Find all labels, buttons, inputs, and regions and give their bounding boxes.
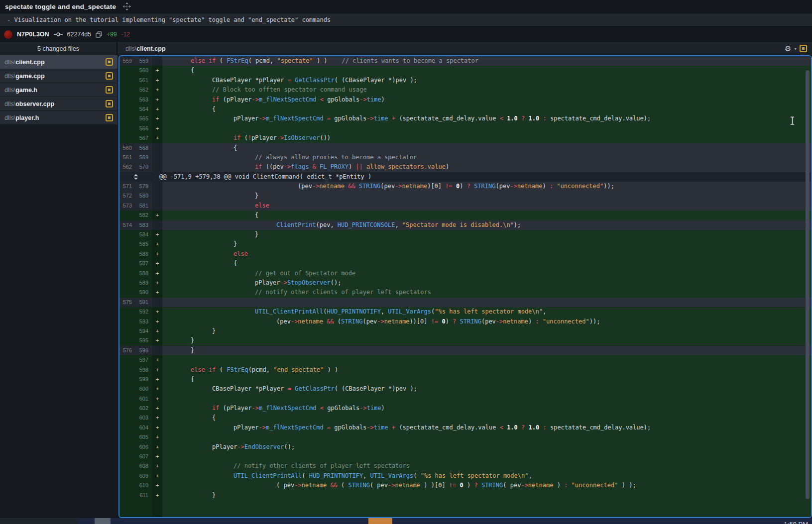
diff-line[interactable]: 589+pPlayer->StopObserver(); — [119, 278, 811, 288]
change-marker: + — [152, 95, 162, 105]
copy-sha-icon[interactable] — [96, 31, 102, 38]
diff-line[interactable]: 571579(pev->netname && STRING(pev->netna… — [119, 182, 811, 191]
diff-line[interactable]: 582+{ — [119, 210, 811, 220]
change-marker: + — [152, 105, 162, 114]
change-marker: + — [152, 452, 162, 461]
diff-line[interactable]: 566+ — [119, 124, 811, 133]
diff-line[interactable]: 576596} — [119, 346, 811, 355]
diff-line[interactable]: 586+else — [119, 249, 811, 259]
diff-line[interactable]: 608+// notify other clients of player le… — [119, 461, 811, 471]
diff-line[interactable]: 597+ — [119, 355, 811, 365]
diff-line[interactable]: 598+else if ( FStrEq(pcmd, "end_spectate… — [119, 365, 811, 375]
diff-line[interactable]: 564+{ — [119, 105, 811, 114]
diff-filler — [119, 500, 811, 517]
file-modified-icon[interactable] — [106, 100, 113, 107]
diff-line[interactable]: 593+(pev->netname && (STRING(pev->netnam… — [119, 317, 811, 326]
sidebar-hscroll-thumb[interactable] — [95, 518, 111, 524]
diff-line[interactable]: 561+CBasePlayer *pPlayer = GetClassPtr( … — [119, 76, 811, 85]
diff-line[interactable]: 595+} — [119, 336, 811, 345]
old-line-number — [119, 288, 135, 297]
title-bar: spectate toggle and end_spectate — [0, 0, 812, 13]
vertical-scrollbar-thumb[interactable] — [806, 70, 810, 499]
chevron-down-icon[interactable]: ▾ — [794, 46, 797, 51]
diff-line[interactable]: 563+if (pPlayer->m_flNextSpectCmd < gpGl… — [119, 95, 811, 105]
change-marker: + — [152, 317, 162, 326]
diff-line[interactable]: 587+{ — [119, 259, 811, 268]
new-line-number: 583 — [135, 220, 152, 230]
new-line-number: 585 — [135, 239, 152, 249]
gear-icon[interactable]: ⚙ — [785, 45, 791, 52]
diff-line[interactable]: 611+} — [119, 491, 811, 500]
file-modified-icon[interactable] — [106, 58, 113, 66]
diff-line[interactable]: 559559else if ( FStrEq( pcmd, "spectate"… — [119, 56, 811, 66]
file-row[interactable]: dlls\observer.cpp — [0, 97, 117, 110]
diff-line[interactable]: 560568{ — [119, 143, 811, 153]
diff-line[interactable]: 562570if ((pev->flags & FL_PROXY) || all… — [119, 162, 811, 172]
diff-line[interactable]: 603+{ — [119, 413, 811, 422]
file-dir: dlls\ — [4, 101, 15, 107]
old-line-number: 574 — [119, 220, 135, 230]
diff-line[interactable]: 607+ — [119, 452, 811, 461]
diff-line[interactable]: 606+pPlayer->EndObserver(); — [119, 442, 811, 452]
file-modified-icon[interactable] — [800, 45, 807, 52]
diff-line[interactable]: 605+ — [119, 432, 811, 442]
diff-line[interactable]: 590+// notify other clients of player le… — [119, 288, 811, 297]
new-line-number: 606 — [135, 442, 152, 452]
new-line-number: 580 — [135, 191, 152, 201]
file-row[interactable]: dlls\game.cpp — [0, 69, 117, 83]
code-text: (pev->netname && STRING(pev->netname)[0]… — [162, 182, 811, 191]
diff-line[interactable]: 560+{ — [119, 66, 811, 75]
change-marker: + — [152, 278, 162, 288]
move-handle-icon[interactable] — [123, 2, 131, 10]
code-text: if ((pev->flags & FL_PROXY) || allow_spe… — [162, 162, 811, 172]
file-row[interactable]: dlls\client.cpp — [0, 55, 117, 69]
new-line-number: 599 — [135, 375, 152, 384]
code-text: pPlayer->EndObserver(); — [162, 442, 811, 452]
file-modified-icon[interactable] — [106, 86, 113, 94]
file-name: game.cpp — [15, 73, 44, 80]
hunk-expand-icon[interactable] — [133, 174, 139, 180]
diff-line[interactable]: 585+} — [119, 239, 811, 249]
file-modified-icon[interactable] — [106, 72, 113, 80]
old-line-number — [119, 133, 135, 143]
diff-line[interactable]: 588+// get out of Spectator mode — [119, 269, 811, 278]
code-text: @@ -571,9 +579,38 @@ void ClientCommand(… — [152, 172, 811, 182]
new-line-number: 605 — [135, 432, 152, 442]
diff-line[interactable]: 561569// always allow proxies to become … — [119, 153, 811, 162]
diff-line[interactable]: 601+ — [119, 394, 811, 404]
diff-line[interactable]: 584+} — [119, 230, 811, 239]
change-marker: + — [152, 114, 162, 123]
diff-line[interactable]: 592+UTIL_ClientPrintAll(HUD_PRINTNOTIFY,… — [119, 307, 811, 316]
file-row[interactable]: dlls\game.h — [0, 83, 117, 97]
diff-line[interactable]: 562+// Block too offten spectator comman… — [119, 85, 811, 95]
diff-line[interactable]: 609+UTIL_ClientPrintAll( HUD_PRINTNOTIFY… — [119, 471, 811, 481]
diff-line[interactable]: 567+if (!pPlayer->IsObserver()) — [119, 133, 811, 143]
file-modified-icon[interactable] — [106, 114, 113, 121]
code-text: UTIL_ClientPrintAll(HUD_PRINTNOTIFY, UTI… — [162, 307, 811, 316]
code-text: { — [162, 143, 811, 153]
file-row[interactable]: dlls\player.h — [0, 111, 117, 124]
commit-node-icon — [54, 32, 63, 37]
code-text: } — [162, 326, 811, 336]
diff-line[interactable]: 574583ClientPrint(pev, HUD_PRINTCONSOLE,… — [119, 220, 811, 230]
diff-line[interactable]: 610+( pev->netname && ( STRING( pev->net… — [119, 481, 811, 490]
new-line-number: 564 — [135, 105, 152, 114]
diff-line[interactable]: 572580} — [119, 191, 811, 201]
diff-line[interactable]: 599+{ — [119, 375, 811, 384]
diff-line[interactable]: 594+} — [119, 326, 811, 336]
diff-hscroll-thumb[interactable] — [368, 518, 392, 524]
old-line-number — [119, 114, 135, 123]
old-line-number — [119, 461, 135, 471]
diff-line[interactable]: 565+pPlayer->m_flNextSpectCmd = gpGlobal… — [119, 114, 811, 123]
diff-line[interactable]: 600+CBasePlayer *pPlayer = GetClassPtr( … — [119, 384, 811, 394]
diff-line[interactable]: 604+pPlayer->m_flNextSpectCmd = gpGlobal… — [119, 423, 811, 432]
code-text: pPlayer->m_flNextSpectCmd = gpGlobals->t… — [162, 423, 811, 432]
code-text: { — [162, 66, 811, 75]
hunk-header-row[interactable]: @@ -571,9 +579,38 @@ void ClientCommand(… — [119, 172, 811, 182]
diff-line[interactable]: 573581else — [119, 201, 811, 210]
old-line-number: 560 — [119, 143, 135, 153]
diff-line[interactable]: 575591 — [119, 298, 811, 307]
old-line-number — [119, 394, 135, 404]
old-line-number — [119, 210, 135, 220]
diff-line[interactable]: 602+if (pPlayer->m_flNextSpectCmd < gpGl… — [119, 404, 811, 413]
